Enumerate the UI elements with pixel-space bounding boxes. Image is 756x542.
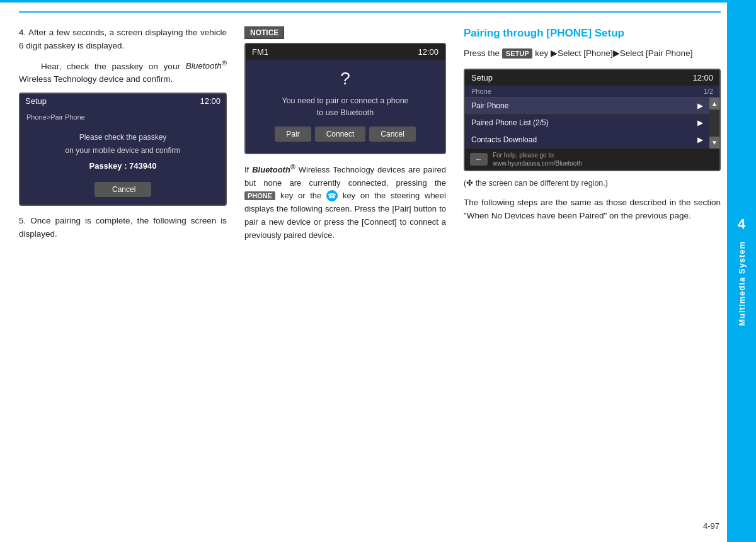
top-accent-line <box>0 0 756 3</box>
notice-label: NOTICE <box>244 26 284 39</box>
sr-row-1[interactable]: Paired Phone List (2/5) ▶ <box>465 115 709 132</box>
content-columns: 4. After a few seconds, a screen display… <box>19 26 721 242</box>
sr-row-0[interactable]: Pair Phone ▶ <box>465 98 709 115</box>
screen-title-1: Setup <box>25 96 47 106</box>
fm-screen: FM1 12:00 ? You need to pair or connect … <box>244 43 446 154</box>
fm-time: 12:00 <box>418 47 438 57</box>
setup-screen-right: Setup 12:00 Phone 1/2 Pair Phone ▶ Paire… <box>464 69 721 171</box>
fm-header: FM1 12:00 <box>246 44 445 60</box>
chapter-number: 4 <box>738 216 745 232</box>
fm-buttons: Pair Connect Cancel <box>252 127 438 147</box>
step5-number: 5. <box>19 216 26 225</box>
following-text: The following steps are the same as thos… <box>464 196 721 223</box>
page-number: 4-97 <box>703 521 719 531</box>
bluetooth-bold-italic: Bluetooth® <box>252 165 295 174</box>
fm-message: You need to pair or connect a phone to u… <box>252 95 438 119</box>
section-title: Pairing through [PHONE] Setup <box>464 26 721 40</box>
top-rule <box>19 11 721 13</box>
footer-note: For help, please go to: www.hyundaiusa.c… <box>493 151 582 167</box>
step4-subtext: Hear, check the passkey on your Bluetoot… <box>19 58 227 86</box>
screen-time-1: 12:00 <box>200 96 220 106</box>
scroll-up-btn[interactable]: ▲ <box>709 98 719 110</box>
sr-arrow-2: ▶ <box>697 135 703 144</box>
passkey-message1: Please check the passkey <box>26 131 219 144</box>
sr-subheader: Phone 1/2 <box>465 86 719 98</box>
mid-body-text: If Bluetooth® Wireless Technology device… <box>244 162 446 242</box>
press-instruction: Press the SETUP key ▶Select [Phone]▶Sele… <box>464 47 721 61</box>
sr-arrow-1: ▶ <box>697 118 703 127</box>
passkey-box: Please check the passkey on your mobile … <box>26 127 219 177</box>
phone-key-badge: PHONE <box>244 191 275 200</box>
fm-pair-btn[interactable]: Pair <box>275 127 311 142</box>
sr-sub-page: 1/2 <box>704 88 713 95</box>
scroll-bar: ▲ ▼ <box>709 98 719 149</box>
step4-text: 4. After a few seconds, a screen display… <box>19 26 227 53</box>
sr-row-label-0: Pair Phone <box>471 101 508 110</box>
fm-cancel-btn[interactable]: Cancel <box>369 127 415 142</box>
right-column: Pairing through [PHONE] Setup Press the … <box>464 26 721 223</box>
sr-row-2[interactable]: Contacts Download ▶ <box>465 132 709 149</box>
sr-title: Setup <box>471 73 493 82</box>
sr-arrow-0: ▶ <box>697 101 703 110</box>
middle-column: NOTICE FM1 12:00 ? You need to pair or c… <box>244 26 446 242</box>
chapter-title: Multimedia System <box>737 241 747 326</box>
chapter-sidebar: 4 Multimedia System <box>727 0 756 542</box>
sr-rows-wrap: Pair Phone ▶ Paired Phone List (2/5) ▶ C… <box>465 98 719 149</box>
sr-footer: ← For help, please go to: www.hyundaiusa… <box>465 149 719 170</box>
region-note: (✤ the screen can be different by region… <box>464 178 721 189</box>
passkey-message2: on your mobile device and confirm <box>26 144 219 157</box>
press-text-2: key ▶Select [Phone]▶Select [Pair Phone] <box>535 48 692 58</box>
setup-screen-passkey: Setup 12:00 Phone>Pair Phone Please chec… <box>19 93 227 206</box>
passkey-display: Passkey : 743940 <box>26 159 219 173</box>
bluetooth-italic: Bluetooth® <box>186 61 227 71</box>
step4-number: 4. <box>19 28 26 37</box>
screen-path-1: Phone>Pair Phone <box>26 113 219 121</box>
scroll-down-btn[interactable]: ▼ <box>709 137 719 149</box>
fm-body: ? You need to pair or connect a phone to… <box>246 60 445 153</box>
fm-question-mark: ? <box>252 69 438 89</box>
screen-body-1: Phone>Pair Phone Please check the passke… <box>20 108 226 205</box>
sr-time: 12:00 <box>692 73 713 82</box>
screen-cancel-btn[interactable]: Cancel <box>94 182 151 197</box>
setup-key-badge: SETUP <box>502 48 533 59</box>
fm-label: FM1 <box>252 47 268 57</box>
main-content: 4. After a few seconds, a screen display… <box>19 11 721 517</box>
screen-header-1: Setup 12:00 <box>20 94 226 108</box>
phone-steering-icon: ☎ <box>326 190 338 201</box>
sr-rows: Pair Phone ▶ Paired Phone List (2/5) ▶ C… <box>465 98 709 149</box>
sr-sub-label: Phone <box>471 88 491 95</box>
sr-header: Setup 12:00 <box>465 70 719 86</box>
sr-row-label-1: Paired Phone List (2/5) <box>471 118 549 127</box>
left-column: 4. After a few seconds, a screen display… <box>19 26 227 241</box>
back-btn[interactable]: ← <box>470 153 488 166</box>
step5-text: 5. Once pairing is complete, the followi… <box>19 215 227 241</box>
sr-row-label-2: Contacts Download <box>471 135 537 144</box>
fm-connect-btn[interactable]: Connect <box>315 127 366 142</box>
